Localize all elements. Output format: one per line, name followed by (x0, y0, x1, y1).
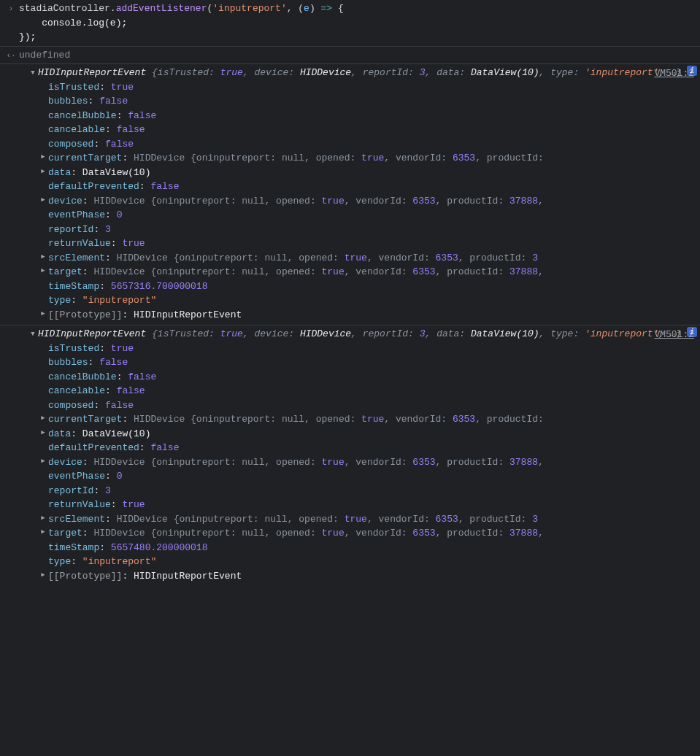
expand-toggle-icon (38, 94, 48, 96)
property-row[interactable]: composed: false (38, 398, 697, 413)
console-input-row[interactable]: › stadiaController.addEventListener('inp… (0, 0, 700, 46)
property-row[interactable]: [[Prototype]]: HIDInputReportEvent (38, 308, 697, 323)
console-panel: › stadiaController.addEventListener('inp… (0, 0, 700, 586)
expand-toggle-icon[interactable] (38, 265, 48, 277)
expand-toggle-icon (38, 441, 48, 442)
expand-toggle-icon[interactable] (28, 327, 38, 340)
expand-toggle-icon (38, 355, 48, 357)
object-summary[interactable]: HIDInputReportEvent {isTrusted: true, de… (38, 327, 684, 342)
property-row[interactable]: composed: false (38, 137, 697, 152)
expand-toggle-icon (38, 293, 48, 295)
expand-toggle-icon[interactable] (38, 427, 48, 439)
property-row[interactable]: cancelBubble: false (38, 109, 697, 123)
prompt-icon: › (3, 1, 19, 15)
property-row[interactable]: type: "inputreport" (38, 555, 697, 569)
expand-toggle-icon[interactable] (38, 412, 48, 424)
expand-toggle-icon (38, 137, 48, 139)
property-row[interactable]: eventPhase: 0 (38, 208, 697, 223)
expand-toggle-icon (38, 80, 48, 82)
property-row[interactable]: srcElement: HIDDevice {oninputreport: nu… (38, 512, 697, 527)
expand-toggle-icon[interactable] (38, 569, 48, 581)
property-row[interactable]: cancelable: false (38, 123, 697, 137)
property-row[interactable]: device: HIDDevice {oninputreport: null, … (38, 455, 697, 470)
code-line: stadiaController.addEventListener('input… (19, 1, 700, 45)
expand-toggle-icon[interactable] (38, 166, 48, 177)
property-row[interactable]: reportId: 3 (38, 223, 697, 237)
return-value: undefined (19, 48, 700, 63)
expand-toggle-icon (38, 541, 48, 542)
property-row[interactable]: [[Prototype]]: HIDInputReportEvent (38, 569, 697, 584)
property-row[interactable]: timeStamp: 5657316.700000018 (38, 279, 697, 294)
property-row[interactable]: target: HIDDevice {oninputreport: null, … (38, 265, 697, 279)
expand-toggle-icon[interactable] (38, 308, 48, 320)
property-row[interactable]: device: HIDDevice {oninputreport: null, … (38, 194, 697, 209)
object-summary[interactable]: HIDInputReportEvent {isTrusted: true, de… (38, 66, 684, 80)
log-entry: VM501:2HIDInputReportEvent {isTrusted: t… (0, 63, 700, 325)
property-row[interactable]: currentTarget: HIDDevice {oninputreport:… (38, 151, 697, 166)
expand-toggle-icon (38, 498, 48, 499)
source-link[interactable]: VM501:2 (654, 328, 694, 342)
property-row[interactable]: type: "inputreport" (38, 293, 697, 308)
expand-toggle-icon (38, 236, 48, 238)
property-row[interactable]: defaultPrevented: false (38, 441, 697, 455)
expand-toggle-icon (38, 469, 48, 471)
expand-toggle-icon (38, 398, 48, 400)
property-row[interactable]: bubbles: false (38, 355, 697, 370)
expand-toggle-icon (38, 555, 48, 556)
expand-toggle-icon[interactable] (38, 151, 48, 163)
expand-toggle-icon[interactable] (28, 66, 38, 79)
property-row[interactable]: isTrusted: true (38, 80, 697, 95)
property-row[interactable]: reportId: 3 (38, 484, 697, 498)
expand-toggle-icon (38, 279, 48, 281)
property-row[interactable]: cancelable: false (38, 384, 697, 398)
property-row[interactable]: returnValue: true (38, 236, 697, 251)
property-list: isTrusted: truebubbles: falsecancelBubbl… (28, 80, 697, 323)
property-list: isTrusted: truebubbles: falsecancelBubbl… (28, 342, 697, 584)
console-return-row: ‹· undefined (0, 46, 700, 64)
property-row[interactable]: srcElement: HIDDevice {oninputreport: nu… (38, 251, 697, 266)
expand-toggle-icon (38, 123, 48, 124)
property-row[interactable]: bubbles: false (38, 94, 697, 109)
property-row[interactable]: target: HIDDevice {oninputreport: null, … (38, 526, 697, 541)
expand-toggle-icon[interactable] (38, 455, 48, 467)
expand-toggle-icon (38, 370, 48, 371)
property-row[interactable]: returnValue: true (38, 498, 697, 512)
return-icon: ‹· (3, 48, 19, 62)
property-row[interactable]: eventPhase: 0 (38, 469, 697, 484)
log-entry: VM501:2HIDInputReportEvent {isTrusted: t… (0, 325, 700, 586)
expand-toggle-icon (38, 109, 48, 110)
expand-toggle-icon[interactable] (38, 251, 48, 263)
expand-toggle-icon (38, 342, 48, 343)
expand-toggle-icon (38, 484, 48, 485)
property-row[interactable]: timeStamp: 5657480.200000018 (38, 541, 697, 555)
expand-toggle-icon[interactable] (38, 512, 48, 524)
property-row[interactable]: currentTarget: HIDDevice {oninputreport:… (38, 412, 697, 427)
property-row[interactable]: isTrusted: true (38, 342, 697, 356)
expand-toggle-icon[interactable] (38, 526, 48, 538)
property-row[interactable]: data: DataView(10) (38, 427, 697, 441)
property-row[interactable]: data: DataView(10) (38, 166, 697, 180)
expand-toggle-icon (38, 208, 48, 209)
expand-toggle-icon (38, 384, 48, 385)
expand-toggle-icon (38, 223, 48, 224)
property-row[interactable]: cancelBubble: false (38, 370, 697, 385)
source-link[interactable]: VM501:2 (654, 66, 694, 81)
property-row[interactable]: defaultPrevented: false (38, 180, 697, 194)
expand-toggle-icon[interactable] (38, 194, 48, 206)
expand-toggle-icon (38, 180, 48, 181)
